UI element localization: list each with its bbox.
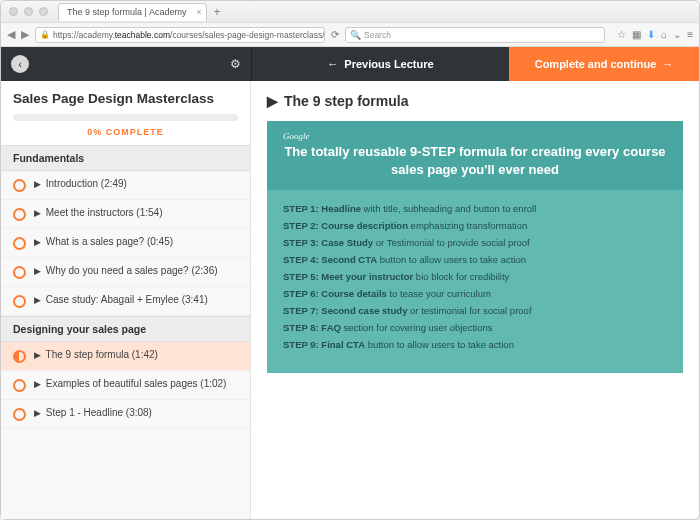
back-button[interactable]: ‹ (11, 55, 29, 73)
progress-ring-icon (13, 179, 26, 192)
browser-search-field[interactable]: 🔍 Search (345, 27, 605, 43)
lecture-title-row: ▶ The 9 step formula (267, 93, 683, 109)
play-icon: ▶ (34, 179, 41, 189)
slide-step: STEP 5: Meet your instructor bio block f… (283, 268, 667, 285)
main-area: Sales Page Design Masterclass 0% COMPLET… (1, 81, 699, 519)
play-icon: ▶ (34, 295, 41, 305)
address-bar-row: ◀ ▶ 🔒 https://academy.teachable.com/cour… (1, 23, 699, 47)
play-icon: ▶ (34, 408, 41, 418)
arrow-left-icon: ← (327, 58, 338, 70)
sidebar-item-label: ▶ Examples of beautiful sales pages (1:0… (34, 378, 226, 389)
gear-icon[interactable]: ⚙ (230, 57, 241, 71)
lock-icon: 🔒 (40, 30, 50, 39)
course-title: Sales Page Design Masterclass (13, 91, 238, 106)
home-icon[interactable]: ⌂ (661, 29, 667, 40)
course-header: Sales Page Design Masterclass 0% COMPLET… (1, 81, 250, 145)
search-icon: 🔍 (350, 30, 361, 40)
play-icon: ▶ (34, 379, 41, 389)
sidebar-item-label: ▶ What is a sales page? (0:45) (34, 236, 173, 247)
sidebar-item-label: ▶ Introduction (2:49) (34, 178, 127, 189)
complete-label: Complete and continue (535, 58, 657, 70)
sidebar-item[interactable]: ▶ The 9 step formula (1:42) (1, 342, 250, 371)
pocket-icon[interactable]: ⌄ (673, 29, 681, 40)
arrow-right-icon: → (662, 58, 673, 70)
menu-icon[interactable]: ≡ (687, 29, 693, 40)
prev-label: Previous Lecture (344, 58, 433, 70)
section-header[interactable]: Fundamentals (1, 145, 250, 171)
grid-icon[interactable]: ▦ (632, 29, 641, 40)
sidebar-item-label: ▶ The 9 step formula (1:42) (34, 349, 158, 360)
sidebar-item[interactable]: ▶ What is a sales page? (0:45) (1, 229, 250, 258)
sidebar-item-label: ▶ Meet the instructors (1:54) (34, 207, 163, 218)
slide-step: STEP 3: Case Study or Testimonial to pro… (283, 234, 667, 251)
close-tab-icon[interactable]: × (196, 7, 201, 17)
url-field[interactable]: 🔒 https://academy.teachable.com/courses/… (35, 27, 325, 43)
progress-bar (13, 114, 238, 121)
sidebar-item-label: ▶ Why do you need a sales page? (2:36) (34, 265, 218, 276)
sidebar: Sales Page Design Masterclass 0% COMPLET… (1, 81, 251, 519)
url-prefix: https://academy. (53, 30, 115, 40)
slide-steps: STEP 1: Headline with title, subheading … (267, 190, 683, 363)
close-dot[interactable] (9, 7, 18, 16)
sidebar-item[interactable]: ▶ Introduction (2:49) (1, 171, 250, 200)
progress-ring-icon (13, 379, 26, 392)
progress-ring-icon (13, 208, 26, 221)
slide-step: STEP 7: Second case study or testimonial… (283, 302, 667, 319)
sections-list: Fundamentals▶ Introduction (2:49)▶ Meet … (1, 145, 250, 429)
slide-step: STEP 6: Course details to tease your cur… (283, 285, 667, 302)
progress-ring-icon (13, 408, 26, 421)
tab-title: The 9 step formula | Academy (67, 7, 186, 17)
search-placeholder: Search (364, 30, 391, 40)
forward-icon[interactable]: ▶ (21, 28, 29, 41)
sidebar-item[interactable]: ▶ Why do you need a sales page? (2:36) (1, 258, 250, 287)
slide-step: STEP 4: Second CTA button to allow users… (283, 251, 667, 268)
play-icon: ▶ (34, 266, 41, 276)
reload-icon[interactable]: ⟳ (331, 29, 339, 40)
progress-label: 0% COMPLETE (13, 127, 238, 137)
slide: Google The totally reusable 9-STEP formu… (267, 121, 683, 373)
back-icon[interactable]: ◀ (7, 28, 15, 41)
progress-ring-icon (13, 350, 26, 363)
browser-tab[interactable]: The 9 step formula | Academy × (58, 3, 207, 21)
section-items: ▶ The 9 step formula (1:42)▶ Examples of… (1, 342, 250, 429)
max-dot[interactable] (39, 7, 48, 16)
sidebar-item[interactable]: ▶ Examples of beautiful sales pages (1:0… (1, 371, 250, 400)
slide-header: Google The totally reusable 9-STEP formu… (267, 121, 683, 190)
new-tab-icon[interactable]: + (213, 5, 220, 19)
progress-ring-icon (13, 295, 26, 308)
slide-step: STEP 8: FAQ section for covering user ob… (283, 319, 667, 336)
sidebar-item[interactable]: ▶ Step 1 - Headline (3:08) (1, 400, 250, 429)
download-icon[interactable]: ⬇ (647, 29, 655, 40)
previous-lecture-button[interactable]: ← Previous Lecture (251, 47, 509, 81)
content-area: ▶ The 9 step formula Google The totally … (251, 81, 699, 519)
play-icon: ▶ (34, 237, 41, 247)
browser-window: The 9 step formula | Academy × + ◀ ▶ 🔒 h… (0, 0, 700, 520)
section-header[interactable]: Designing your sales page (1, 316, 250, 342)
section-items: ▶ Introduction (2:49)▶ Meet the instruct… (1, 171, 250, 316)
toolbar-left: ‹ ⚙ (1, 47, 251, 81)
app-toolbar: ‹ ⚙ ← Previous Lecture Complete and cont… (1, 47, 699, 81)
star-icon[interactable]: ☆ (617, 29, 626, 40)
play-icon: ▶ (267, 93, 278, 109)
browser-titlebar: The 9 step formula | Academy × + (1, 1, 699, 23)
slide-step: STEP 2: Course description emphasizing t… (283, 217, 667, 234)
progress-ring-icon (13, 237, 26, 250)
slide-title: The totally reusable 9-STEP formula for … (283, 143, 667, 178)
sidebar-item-label: ▶ Case study: Abagail + Emylee (3:41) (34, 294, 208, 305)
lecture-title: The 9 step formula (284, 93, 408, 109)
progress-ring-icon (13, 266, 26, 279)
min-dot[interactable] (24, 7, 33, 16)
window-controls (9, 7, 48, 16)
url-path: /courses/sales-page-design-masterclass/l… (170, 30, 325, 40)
url-domain: teachable.com (115, 30, 170, 40)
sidebar-item[interactable]: ▶ Case study: Abagail + Emylee (3:41) (1, 287, 250, 316)
play-icon: ▶ (34, 350, 41, 360)
toolbar-icons: ☆ ▦ ⬇ ⌂ ⌄ ≡ (617, 29, 693, 40)
sidebar-item-label: ▶ Step 1 - Headline (3:08) (34, 407, 152, 418)
complete-continue-button[interactable]: Complete and continue → (509, 47, 699, 81)
sidebar-item[interactable]: ▶ Meet the instructors (1:54) (1, 200, 250, 229)
slide-step: STEP 1: Headline with title, subheading … (283, 200, 667, 217)
slide-tag: Google (283, 131, 667, 141)
slide-step: STEP 9: Final CTA button to allow users … (283, 336, 667, 353)
play-icon: ▶ (34, 208, 41, 218)
